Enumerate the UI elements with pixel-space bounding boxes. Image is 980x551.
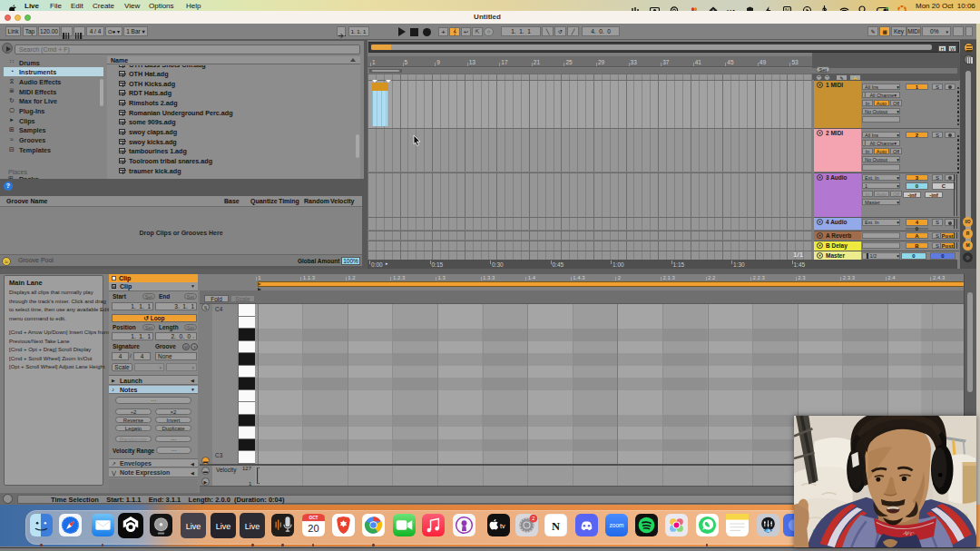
svg-text:UA: UA [766, 529, 770, 533]
svg-text:Live: Live [245, 522, 260, 531]
svg-text:2: 2 [532, 516, 534, 521]
svg-text:OCT: OCT [309, 516, 318, 520]
svg-text:Live: Live [186, 522, 201, 531]
svg-text:zoom: zoom [609, 522, 624, 528]
svg-text:Live: Live [215, 522, 230, 531]
svg-text:20: 20 [308, 523, 318, 534]
svg-text:N: N [552, 520, 560, 533]
svg-text:tv: tv [500, 522, 505, 530]
